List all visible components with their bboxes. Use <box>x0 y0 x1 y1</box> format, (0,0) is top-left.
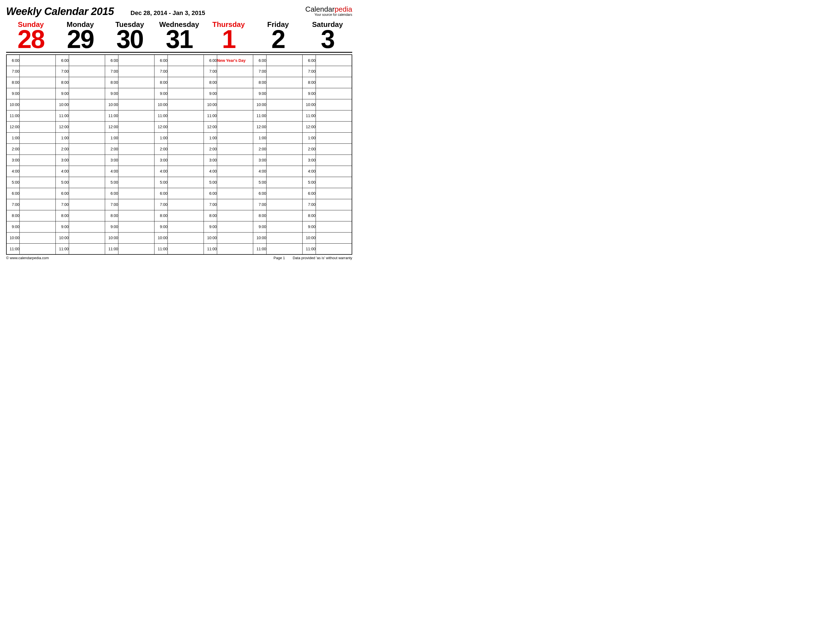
hour-slot[interactable] <box>217 110 253 121</box>
hour-slot[interactable] <box>118 132 154 143</box>
hour-slot[interactable] <box>168 77 204 88</box>
hour-slot[interactable] <box>118 110 154 121</box>
hour-slot[interactable] <box>266 54 302 66</box>
hour-slot[interactable] <box>118 54 154 66</box>
hour-slot[interactable] <box>315 110 352 121</box>
hour-slot[interactable] <box>168 155 204 166</box>
hour-slot[interactable] <box>315 177 352 188</box>
hour-slot[interactable] <box>315 155 352 166</box>
hour-slot[interactable] <box>217 77 253 88</box>
hour-slot[interactable] <box>217 155 253 166</box>
hour-slot[interactable] <box>19 177 56 188</box>
hour-slot[interactable] <box>315 221 352 232</box>
hour-slot[interactable] <box>19 132 56 143</box>
hour-slot[interactable] <box>266 132 302 143</box>
hour-slot[interactable] <box>217 66 253 77</box>
hour-slot[interactable] <box>118 155 154 166</box>
hour-slot[interactable] <box>217 199 253 210</box>
hour-slot[interactable] <box>168 188 204 199</box>
hour-slot[interactable] <box>217 88 253 99</box>
hour-slot[interactable] <box>118 188 154 199</box>
hour-slot[interactable] <box>168 66 204 77</box>
hour-slot[interactable] <box>19 166 56 177</box>
hour-slot[interactable] <box>217 166 253 177</box>
hour-slot[interactable] <box>217 210 253 221</box>
hour-slot[interactable] <box>315 88 352 99</box>
hour-slot[interactable] <box>217 221 253 232</box>
hour-slot[interactable] <box>168 244 204 255</box>
hour-slot[interactable] <box>19 121 56 132</box>
hour-slot[interactable] <box>217 177 253 188</box>
hour-slot[interactable] <box>315 132 352 143</box>
hour-slot[interactable] <box>118 199 154 210</box>
hour-slot[interactable] <box>69 221 105 232</box>
hour-slot[interactable] <box>315 232 352 244</box>
hour-slot[interactable] <box>118 166 154 177</box>
hour-slot[interactable] <box>118 99 154 110</box>
hour-slot[interactable] <box>118 66 154 77</box>
hour-slot[interactable] <box>69 110 105 121</box>
hour-slot[interactable] <box>69 177 105 188</box>
hour-slot[interactable] <box>19 232 56 244</box>
hour-slot[interactable] <box>69 155 105 166</box>
hour-slot[interactable] <box>19 77 56 88</box>
hour-slot[interactable] <box>69 199 105 210</box>
hour-slot[interactable] <box>315 66 352 77</box>
hour-slot[interactable] <box>19 221 56 232</box>
hour-slot[interactable] <box>19 155 56 166</box>
hour-slot[interactable] <box>217 143 253 155</box>
hour-slot[interactable] <box>217 232 253 244</box>
hour-slot[interactable] <box>19 88 56 99</box>
hour-slot[interactable] <box>315 77 352 88</box>
hour-slot[interactable] <box>266 88 302 99</box>
hour-slot[interactable] <box>315 244 352 255</box>
hour-slot[interactable] <box>266 166 302 177</box>
hour-slot[interactable] <box>266 66 302 77</box>
hour-slot[interactable] <box>118 232 154 244</box>
hour-slot[interactable] <box>69 210 105 221</box>
hour-slot[interactable] <box>118 143 154 155</box>
hour-slot[interactable] <box>168 121 204 132</box>
hour-slot[interactable] <box>19 210 56 221</box>
hour-slot[interactable] <box>266 121 302 132</box>
hour-slot[interactable] <box>168 88 204 99</box>
hour-slot[interactable] <box>69 77 105 88</box>
hour-slot[interactable] <box>168 177 204 188</box>
hour-slot[interactable] <box>118 221 154 232</box>
hour-slot[interactable] <box>19 54 56 66</box>
hour-slot[interactable] <box>69 188 105 199</box>
hour-slot[interactable] <box>69 99 105 110</box>
hour-slot[interactable] <box>315 166 352 177</box>
hour-slot[interactable] <box>168 54 204 66</box>
hour-slot[interactable] <box>266 143 302 155</box>
hour-slot[interactable] <box>69 143 105 155</box>
hour-slot[interactable] <box>69 244 105 255</box>
hour-slot[interactable] <box>69 88 105 99</box>
hour-slot[interactable] <box>168 210 204 221</box>
hour-slot[interactable] <box>19 188 56 199</box>
hour-slot[interactable] <box>69 66 105 77</box>
hour-slot[interactable] <box>266 210 302 221</box>
hour-slot[interactable] <box>168 199 204 210</box>
hour-slot[interactable] <box>315 188 352 199</box>
hour-slot[interactable] <box>266 232 302 244</box>
hour-slot[interactable]: New Year's Day <box>217 54 253 66</box>
hour-slot[interactable] <box>266 155 302 166</box>
hour-slot[interactable] <box>168 221 204 232</box>
hour-slot[interactable] <box>69 121 105 132</box>
hour-slot[interactable] <box>118 244 154 255</box>
hour-slot[interactable] <box>168 143 204 155</box>
hour-slot[interactable] <box>168 110 204 121</box>
hour-slot[interactable] <box>315 199 352 210</box>
hour-slot[interactable] <box>19 143 56 155</box>
hour-slot[interactable] <box>69 232 105 244</box>
hour-slot[interactable] <box>118 88 154 99</box>
hour-slot[interactable] <box>217 132 253 143</box>
hour-slot[interactable] <box>315 54 352 66</box>
hour-slot[interactable] <box>168 232 204 244</box>
hour-slot[interactable] <box>217 244 253 255</box>
hour-slot[interactable] <box>118 121 154 132</box>
hour-slot[interactable] <box>118 210 154 221</box>
hour-slot[interactable] <box>118 177 154 188</box>
hour-slot[interactable] <box>19 66 56 77</box>
